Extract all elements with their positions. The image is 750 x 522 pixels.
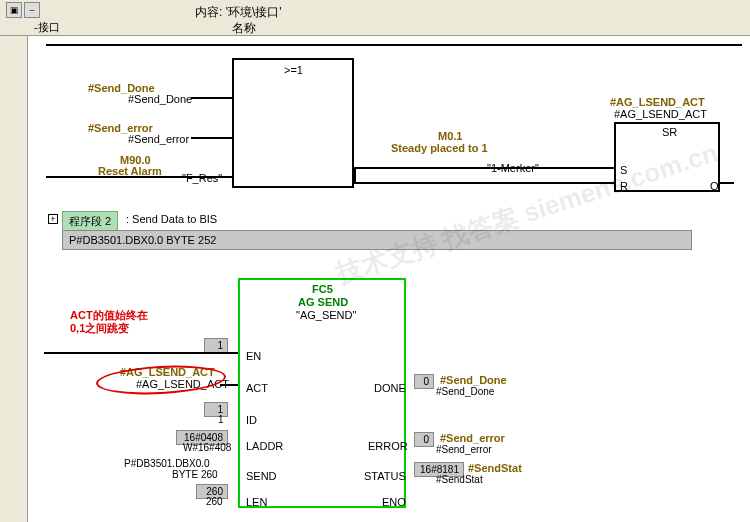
error-symbol: #Send_error: [436, 444, 492, 455]
wire: [44, 352, 238, 354]
sr-s-pin: S: [620, 164, 627, 176]
sr-title-comment: #AG_LSEND_ACT: [610, 96, 705, 108]
id-text: 1: [218, 414, 224, 425]
pin-act: ACT: [246, 382, 268, 394]
ladder-canvas[interactable]: #Send_Done #Send_Done #Send_error #Send_…: [28, 36, 750, 522]
pin-status: STATUS: [364, 470, 406, 482]
divider: [46, 44, 742, 46]
send-error-symbol: #Send_error: [128, 133, 189, 145]
sr-label: SR: [662, 126, 677, 138]
send-text1: P#DB3501.DBX0.0: [124, 458, 210, 469]
wire: [191, 97, 232, 99]
expand-icon[interactable]: +: [48, 214, 58, 224]
pin-laddr: LADDR: [246, 440, 283, 452]
sr-r-pin: R: [620, 180, 628, 192]
error-val: 0: [414, 432, 434, 447]
fc5-symbol: "AG_SEND": [296, 309, 356, 321]
laddr-text: W#16#408: [183, 442, 231, 453]
pin-send: SEND: [246, 470, 277, 482]
status-symbol: #SendStat: [436, 474, 483, 485]
m01-label: M0.1: [438, 130, 462, 142]
name-label: 名称: [232, 20, 256, 37]
wire: [354, 167, 356, 184]
wire: [191, 137, 232, 139]
content-label-text: 内容:: [195, 5, 222, 19]
wire: [354, 167, 614, 169]
pin-done: DONE: [374, 382, 406, 394]
len-text: 260: [206, 496, 223, 507]
toolbar-icons: ▣ –: [6, 2, 40, 18]
fc5-comment: AG SEND: [298, 296, 348, 308]
sr-block[interactable]: SR S R Q: [614, 122, 720, 192]
collapse-icon[interactable]: –: [24, 2, 40, 18]
fc5-block[interactable]: FC5 AG SEND "AG_SEND" EN ACT ID LADDR SE…: [238, 278, 406, 508]
pin-error: ERROR: [368, 440, 408, 452]
sr-title-symbol: #AG_LSEND_ACT: [614, 108, 707, 120]
toolbar: ▣ – -接口 内容: '环境\接口' 名称: [0, 0, 750, 36]
status-comment: #SendStat: [468, 462, 522, 474]
done-val: 0: [414, 374, 434, 389]
pin-en: EN: [246, 350, 261, 362]
done-comment: #Send_Done: [440, 374, 507, 386]
annotation-ring: [95, 363, 226, 398]
pin-id: ID: [246, 414, 257, 426]
content-path: '环境\接口': [226, 5, 282, 19]
or-gate-block[interactable]: >=1: [232, 58, 354, 188]
send-done-symbol: #Send_Done: [128, 93, 192, 105]
content-label: 内容: '环境\接口': [195, 4, 282, 21]
wire: [354, 182, 614, 184]
pin-eno: ENO: [382, 496, 406, 508]
network-header[interactable]: 程序段 2: [62, 211, 118, 232]
network-title: : Send Data to BIS: [126, 213, 217, 225]
sr-q-pin: Q: [710, 180, 719, 192]
f-res-label: "F_Res": [182, 172, 222, 184]
wire: [720, 182, 734, 184]
reset-alarm-label: Reset Alarm: [98, 165, 162, 177]
left-rail: [0, 36, 28, 522]
done-symbol: #Send_Done: [436, 386, 494, 397]
network-comment[interactable]: P#DB3501.DBX0.0 BYTE 252: [62, 230, 692, 250]
fc5-name: FC5: [312, 283, 333, 295]
or-gate-label: >=1: [284, 64, 303, 76]
en-val: 1: [204, 338, 228, 353]
m01-symbol: "1-Merker": [487, 162, 539, 174]
toolbar-path: -接口: [34, 20, 60, 35]
tree-icon[interactable]: ▣: [6, 2, 22, 18]
send-text2: BYTE 260: [172, 469, 218, 480]
annot-line2: 0,1之间跳变: [70, 321, 129, 336]
m01-comment: Steady placed to 1: [391, 142, 488, 154]
pin-len: LEN: [246, 496, 267, 508]
id-val: 1: [204, 402, 228, 417]
error-comment: #Send_error: [440, 432, 505, 444]
wire: [220, 384, 238, 386]
